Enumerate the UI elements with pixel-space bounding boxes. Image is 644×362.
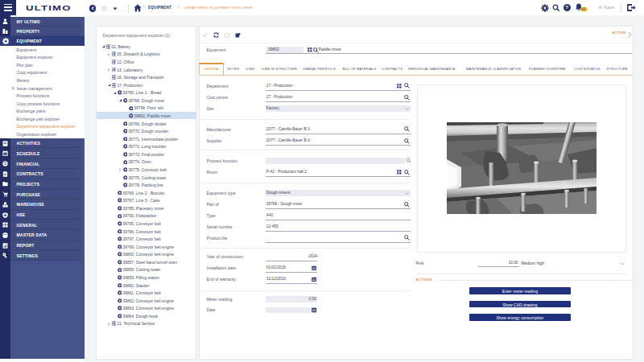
- svg-text:$: $: [4, 162, 6, 166]
